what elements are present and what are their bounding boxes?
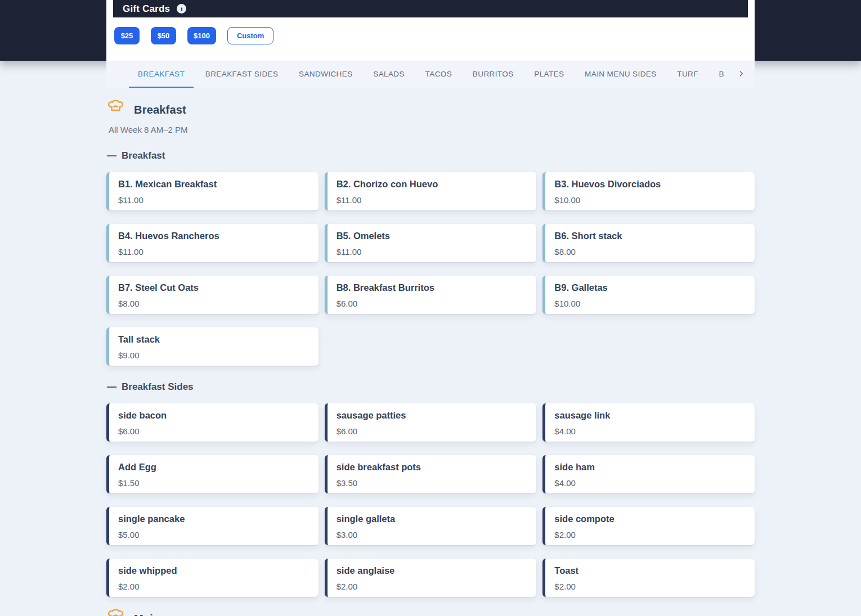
menu-item-price: $3.00	[337, 530, 528, 539]
menu-item-price: $3.50	[337, 478, 528, 488]
menu-item-price: $10.00	[554, 195, 746, 205]
chevron-right-icon	[737, 70, 745, 79]
menu-item-card[interactable]: Add Egg$1.50	[106, 455, 319, 493]
menu-item-price: $8.00	[118, 299, 310, 308]
menu-item-name: Toast	[554, 565, 746, 577]
menu-item-card[interactable]: Toast$2.00	[542, 559, 755, 597]
tab-b[interactable]: B	[710, 61, 733, 88]
menu-item-name: B5. Omelets	[337, 230, 528, 242]
group-name: Breakfast Sides	[122, 381, 194, 393]
menu-item-card[interactable]: single galleta$3.00	[325, 507, 537, 545]
group-name: Breakfast	[122, 150, 165, 161]
menu-item-name: single galleta	[337, 513, 528, 525]
menu-item-price: $6.00	[337, 426, 528, 436]
section-title: Breakfast	[134, 104, 186, 116]
menu-item-price: $11.00	[337, 195, 528, 205]
menu-item-name: side anglaise	[337, 565, 528, 577]
gift-amounts: $25$50$100Custom	[106, 17, 755, 44]
group-dash-icon: —	[107, 150, 116, 161]
menu-item-price: $11.00	[337, 247, 528, 257]
menu-item-name: B2. Chorizo con Huevo	[337, 178, 528, 190]
menu-item-grid: B1. Mexican Breakfast$11.00B2. Chorizo c…	[106, 172, 755, 366]
menu-item-price: $4.00	[554, 478, 746, 488]
menu-item-name: B1. Mexican Breakfast	[118, 178, 310, 190]
tab-tacos[interactable]: TACOS	[416, 61, 461, 88]
tabs-scroll-right-button[interactable]	[733, 66, 749, 82]
menu-item-card[interactable]: sausage link$4.00	[542, 403, 755, 442]
gift-amount-button-100[interactable]: $100	[187, 27, 216, 44]
section-header: Main	[106, 609, 755, 616]
menu-item-name: side whipped	[118, 565, 310, 577]
tab-breakfast[interactable]: BREAKFAST	[129, 61, 194, 88]
menu-item-grid: side bacon$6.00sausage patties$6.00sausa…	[106, 403, 755, 597]
menu-item-price: $2.00	[554, 582, 746, 591]
menu-item-card[interactable]: side whipped$2.00	[106, 559, 319, 597]
gift-amount-button-50[interactable]: $50	[151, 27, 176, 44]
menu-item-card[interactable]: side ham$4.00	[542, 455, 755, 493]
menu-item-price: $11.00	[118, 247, 310, 257]
menu-item-card[interactable]: B4. Huevos Rancheros$11.00	[106, 224, 319, 262]
chef-hat-icon	[106, 609, 125, 616]
tab-main-menu-sides[interactable]: MAIN MENU SIDES	[576, 61, 666, 88]
menu-item-name: B3. Huevos Divorciados	[554, 178, 746, 190]
gift-cards-header: Gift Cards i	[113, 0, 748, 17]
tab-burritos[interactable]: BURRITOS	[464, 61, 523, 88]
tab-sandwiches[interactable]: SANDWICHES	[290, 61, 362, 88]
group-header: —Breakfast Sides	[107, 381, 755, 393]
menu-item-name: side bacon	[118, 410, 310, 421]
menu-item-card[interactable]: side compote$2.00	[542, 507, 755, 545]
menu-item-price: $6.00	[337, 299, 528, 308]
menu-item-card[interactable]: B2. Chorizo con Huevo$11.00	[325, 172, 537, 210]
menu-item-name: B6. Short stack	[554, 230, 746, 242]
menu-item-card[interactable]: B9. Galletas$10.00	[542, 276, 755, 314]
menu-item-price: $1.50	[118, 478, 310, 488]
menu-item-price: $5.00	[118, 530, 310, 539]
section-title: Main	[134, 613, 160, 616]
section-header: Breakfast	[106, 100, 755, 120]
menu-item-card[interactable]: B3. Huevos Divorciados$10.00	[542, 172, 755, 210]
menu-item-card[interactable]: B5. Omelets$11.00	[325, 224, 537, 262]
menu-item-name: B4. Huevos Rancheros	[118, 230, 310, 242]
tab-turf[interactable]: TURF	[668, 61, 707, 88]
menu-item-name: sausage patties	[337, 410, 528, 421]
menu-item-card[interactable]: side breakfast pots$3.50	[325, 455, 537, 493]
group-dash-icon: —	[107, 381, 116, 393]
menu-item-price: $8.00	[554, 247, 746, 257]
group-header: —Breakfast	[107, 150, 755, 161]
menu-item-card[interactable]: sausage patties$6.00	[325, 403, 537, 442]
menu-item-card[interactable]: side anglaise$2.00	[325, 559, 537, 597]
menu-item-price: $11.00	[118, 195, 310, 205]
menu-item-card[interactable]: Tall stack$9.00	[106, 327, 319, 366]
info-icon[interactable]: i	[177, 4, 186, 14]
menu-item-card[interactable]: B8. Breakfast Burritos$6.00	[325, 276, 537, 314]
menu-item-name: side compote	[554, 513, 746, 525]
menu-item-card[interactable]: B1. Mexican Breakfast$11.00	[106, 172, 319, 210]
section-subtitle: All Week 8 AM–2 PM	[109, 125, 755, 134]
menu-item-name: side ham	[554, 461, 746, 473]
menu-item-card[interactable]: side bacon$6.00	[106, 403, 319, 442]
menu-item-card[interactable]: B7. Steel Cut Oats$8.00	[106, 276, 319, 314]
gift-cards-panel: Gift Cards i $25$50$100Custom	[106, 0, 755, 61]
tab-plates[interactable]: PLATES	[525, 61, 573, 88]
menu-item-card[interactable]: single pancake$5.00	[106, 507, 319, 545]
menu-item-name: B7. Steel Cut Oats	[118, 282, 310, 294]
gift-amount-custom-button[interactable]: Custom	[227, 27, 273, 44]
menu-item-name: Add Egg	[118, 461, 310, 473]
menu-item-name: B8. Breakfast Burritos	[337, 282, 528, 294]
menu-item-name: single pancake	[118, 513, 310, 525]
menu-content: BreakfastAll Week 8 AM–2 PM—BreakfastB1.…	[106, 88, 755, 616]
tab-breakfast-sides[interactable]: BREAKFAST SIDES	[196, 61, 288, 88]
menu-item-price: $2.00	[337, 582, 528, 591]
menu-item-name: Tall stack	[118, 334, 310, 345]
menu-item-name: side breakfast pots	[337, 461, 528, 473]
menu-item-card[interactable]: B6. Short stack$8.00	[542, 224, 755, 262]
category-tab-bar: BREAKFASTBREAKFAST SIDESSANDWICHESSALADS…	[106, 61, 755, 88]
menu-item-price: $2.00	[554, 530, 746, 539]
gift-amount-button-25[interactable]: $25	[114, 27, 140, 44]
gift-cards-title: Gift Cards	[123, 3, 170, 15]
menu-item-price: $9.00	[118, 350, 310, 360]
chef-hat-icon	[106, 100, 125, 120]
menu-item-price: $2.00	[118, 582, 310, 591]
tab-salads[interactable]: SALADS	[364, 61, 414, 88]
tab-bar-tabs: BREAKFASTBREAKFAST SIDESSANDWICHESSALADS…	[129, 61, 733, 88]
